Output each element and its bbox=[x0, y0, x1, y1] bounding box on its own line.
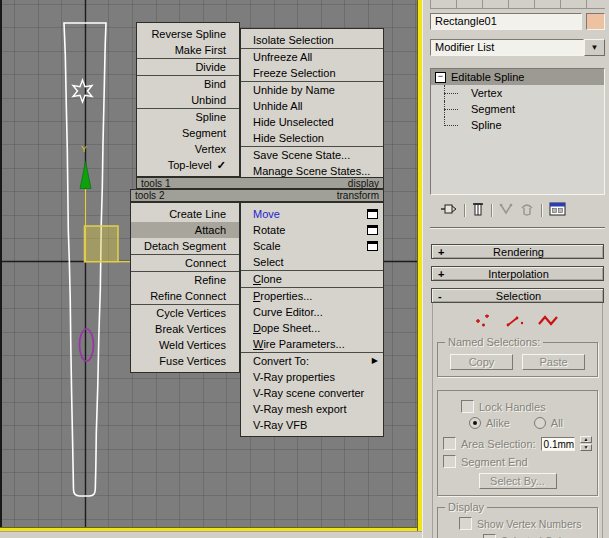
menu-group: Create LineAttachDetach Segment bbox=[131, 206, 239, 254]
menu-item-move[interactable]: Move bbox=[241, 206, 383, 222]
lock-handles-checkbox[interactable] bbox=[461, 400, 474, 413]
stack-item-spline[interactable]: Spline bbox=[431, 117, 604, 133]
menu-item-v-ray-properties[interactable]: V-Ray properties bbox=[241, 369, 383, 385]
quad-header-tools2[interactable]: tools 2 transform bbox=[130, 189, 384, 202]
menu-item-properties[interactable]: Properties... bbox=[241, 288, 383, 304]
menu-item-make-first[interactable]: Make First bbox=[137, 42, 239, 58]
menu-item-freeze-selection[interactable]: Freeze Selection bbox=[241, 65, 383, 81]
menu-item-create-line[interactable]: Create Line bbox=[131, 206, 239, 222]
spline-subobject-icon[interactable] bbox=[537, 314, 563, 329]
copy-button[interactable]: Copy bbox=[450, 354, 513, 370]
menu-item-break-vertices[interactable]: Break Vertices bbox=[131, 321, 239, 337]
toolbar-separator bbox=[541, 204, 542, 217]
menu-item-clone[interactable]: Clone bbox=[241, 271, 383, 287]
star-shape[interactable] bbox=[73, 80, 92, 102]
object-name-field[interactable]: Rectangle01 bbox=[430, 13, 582, 30]
menu-item-label: Unhide All bbox=[253, 100, 303, 112]
spinner-down-icon[interactable]: ▼ bbox=[580, 444, 592, 451]
spinner-up-icon[interactable]: ▲ bbox=[580, 436, 592, 443]
vertex-subobject-icon[interactable] bbox=[473, 314, 495, 329]
menu-item-label: Reverse Spline bbox=[151, 28, 226, 40]
quad-header-tools1[interactable]: tools 1 display bbox=[136, 177, 384, 189]
rollout-rendering[interactable]: + Rendering bbox=[431, 244, 604, 259]
menu-item-curve-editor[interactable]: Curve Editor... bbox=[241, 304, 383, 320]
show-vertex-numbers-checkbox[interactable] bbox=[459, 517, 472, 530]
menu-item-label: Create Line bbox=[169, 208, 226, 220]
menu-group: RefineRefine Connect bbox=[131, 271, 239, 304]
menu-item-isolate-selection[interactable]: Isolate Selection bbox=[241, 32, 383, 48]
select-by-button[interactable]: Select By... bbox=[479, 473, 557, 489]
command-panel-tabs[interactable] bbox=[430, 0, 605, 9]
expand-icon: + bbox=[432, 268, 458, 280]
segment-subobject-icon[interactable] bbox=[505, 314, 527, 329]
pin-stack-icon[interactable] bbox=[440, 202, 457, 218]
menu-group: Unfreeze AllFreeze Selection bbox=[241, 48, 383, 81]
menu-item-hide-selection[interactable]: Hide Selection bbox=[241, 130, 383, 146]
rollout-interpolation[interactable]: + Interpolation bbox=[431, 266, 604, 281]
stack-item-editable-spline[interactable]: − Editable Spline bbox=[431, 69, 604, 85]
menu-item-spline[interactable]: Spline bbox=[137, 109, 239, 125]
menu-item-save-scene-state[interactable]: Save Scene State... bbox=[241, 147, 383, 163]
stack-item-label: Vertex bbox=[471, 87, 502, 99]
menu-group: Properties...Curve Editor...Dope Sheet..… bbox=[241, 287, 383, 352]
menu-item-rotate[interactable]: Rotate bbox=[241, 222, 383, 238]
menu-item-label: Make First bbox=[175, 44, 226, 56]
menu-group: Divide bbox=[137, 58, 239, 75]
menu-item-wire-parameters[interactable]: Wire Parameters... bbox=[241, 336, 383, 352]
chevron-down-icon[interactable]: ▼ bbox=[584, 39, 605, 56]
menu-item-bind[interactable]: Bind bbox=[137, 76, 239, 92]
menu-item-reverse-spline[interactable]: Reverse Spline bbox=[137, 26, 239, 42]
object-color-swatch[interactable] bbox=[586, 13, 605, 30]
menu-item-cycle-vertices[interactable]: Cycle Vertices bbox=[131, 305, 239, 321]
settings-box-icon[interactable] bbox=[367, 241, 378, 251]
settings-box-icon[interactable] bbox=[367, 209, 378, 219]
selected-rectangle-shape[interactable] bbox=[85, 226, 119, 262]
all-radio[interactable] bbox=[534, 417, 546, 429]
stack-item-segment[interactable]: Segment bbox=[431, 101, 604, 117]
menu-item-attach[interactable]: Attach bbox=[131, 222, 239, 238]
menu-item-dope-sheet[interactable]: Dope Sheet... bbox=[241, 320, 383, 336]
menu-item-v-ray-mesh-export[interactable]: V-Ray mesh export bbox=[241, 401, 383, 417]
menu-item-refine[interactable]: Refine bbox=[131, 272, 239, 288]
menu-item-unhide-all[interactable]: Unhide All bbox=[241, 98, 383, 114]
menu-item-hide-unselected[interactable]: Hide Unselected bbox=[241, 114, 383, 130]
menu-item-scale[interactable]: Scale bbox=[241, 238, 383, 254]
configure-modifier-sets-icon[interactable] bbox=[549, 202, 567, 218]
settings-box-icon[interactable] bbox=[367, 225, 378, 235]
menu-item-connect[interactable]: Connect bbox=[131, 255, 239, 271]
menu-item-v-ray-vfb[interactable]: V-Ray VFB bbox=[241, 417, 383, 433]
menu-item-refine-connect[interactable]: Refine Connect bbox=[131, 288, 239, 304]
rollout-selection[interactable]: - Selection bbox=[431, 288, 604, 303]
menu-item-fuse-vertices[interactable]: Fuse Vertices bbox=[131, 353, 239, 369]
menu-item-unbind[interactable]: Unbind bbox=[137, 92, 239, 108]
selected-only-checkbox[interactable] bbox=[483, 534, 496, 538]
menu-item-label: Convert To: bbox=[253, 355, 309, 367]
y-axis-arrow-gizmo[interactable] bbox=[80, 161, 91, 189]
remove-modifier-icon[interactable] bbox=[520, 203, 534, 218]
alike-radio[interactable] bbox=[469, 417, 481, 429]
menu-item-segment[interactable]: Segment bbox=[137, 125, 239, 141]
segment-end-checkbox[interactable] bbox=[443, 455, 456, 468]
paste-button[interactable]: Paste bbox=[522, 354, 585, 370]
menu-item-weld-vertices[interactable]: Weld Vertices bbox=[131, 337, 239, 353]
area-selection-spinner[interactable]: ▲ ▼ bbox=[580, 436, 592, 451]
area-selection-checkbox[interactable] bbox=[443, 437, 456, 450]
stack-item-vertex[interactable]: Vertex bbox=[431, 85, 604, 101]
menu-item-vertex[interactable]: Vertex bbox=[137, 141, 239, 157]
menu-item-top-level[interactable]: Top-level✓ bbox=[137, 157, 239, 173]
menu-item-divide[interactable]: Divide bbox=[137, 59, 239, 75]
segment-end-label: Segment End bbox=[461, 456, 528, 468]
make-unique-icon[interactable] bbox=[499, 203, 513, 217]
menu-item-select[interactable]: Select bbox=[241, 254, 383, 270]
menu-item-unfreeze-all[interactable]: Unfreeze All bbox=[241, 49, 383, 65]
collapse-icon[interactable]: − bbox=[435, 72, 446, 83]
menu-item-v-ray-scene-converter[interactable]: V-Ray scene converter bbox=[241, 385, 383, 401]
ellipse-shape[interactable] bbox=[80, 329, 94, 361]
menu-item-label: Isolate Selection bbox=[253, 34, 334, 46]
area-selection-value[interactable]: 0.1mm bbox=[541, 437, 575, 451]
show-end-result-icon[interactable] bbox=[472, 202, 484, 218]
menu-item-detach-segment[interactable]: Detach Segment bbox=[131, 238, 239, 254]
modifier-list-dropdown[interactable]: Modifier List ▼ bbox=[430, 39, 605, 56]
menu-item-unhide-by-name[interactable]: Unhide by Name bbox=[241, 82, 383, 98]
menu-item-convert-to[interactable]: Convert To:▶ bbox=[241, 353, 383, 369]
